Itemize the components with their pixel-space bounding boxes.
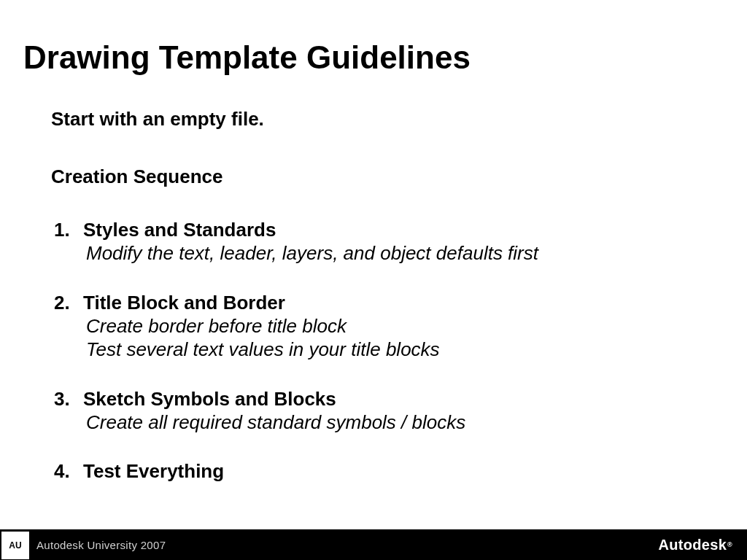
list-item-desc: Create all required standard symbols / b… [86, 411, 718, 435]
registered-mark: ® [727, 541, 732, 548]
slide: Drawing Template Guidelines Start with a… [0, 0, 747, 560]
list-item-number: 3. [54, 388, 83, 411]
list-item-line: 1. Styles and Standards [54, 219, 718, 241]
list-item: 4. Test Everything [51, 460, 718, 483]
list-item: 2. Title Block and Border Create border … [51, 292, 718, 362]
autodesk-logo: Autodesk® [659, 537, 732, 553]
list-item-desc: Test several text values in your title b… [86, 338, 718, 362]
list-item-line: 4. Test Everything [54, 460, 718, 483]
list-item-number: 4. [54, 460, 83, 483]
list-item-desc: Create border before title block [86, 314, 718, 338]
list-item-line: 2. Title Block and Border [54, 292, 718, 314]
list-item-title: Styles and Standards [83, 219, 276, 241]
list-item-number: 2. [54, 292, 83, 314]
list-item: 1. Styles and Standards Modify the text,… [51, 219, 718, 265]
list-item-title: Sketch Symbols and Blocks [83, 388, 336, 411]
footer-bar: AU Autodesk University 2007 Autodesk® [0, 529, 747, 560]
list-item-title: Title Block and Border [83, 292, 285, 314]
list-item-number: 1. [54, 219, 83, 241]
au-logo-box: AU [1, 532, 29, 559]
intro-text: Start with an empty file. [51, 108, 718, 131]
sequence-heading: Creation Sequence [51, 166, 718, 188]
slide-title: Drawing Template Guidelines [23, 39, 471, 76]
autodesk-logo-text: Autodesk [659, 537, 727, 553]
list-item: 3. Sketch Symbols and Blocks Create all … [51, 388, 718, 435]
au-logo: AU Autodesk University 2007 [0, 529, 166, 560]
list-item-desc: Modify the text, leader, layers, and obj… [86, 241, 718, 265]
list-item-line: 3. Sketch Symbols and Blocks [54, 388, 718, 411]
list-item-title: Test Everything [83, 460, 224, 483]
slide-content: Start with an empty file. Creation Seque… [51, 108, 718, 509]
au-logo-text: Autodesk University 2007 [36, 539, 166, 551]
